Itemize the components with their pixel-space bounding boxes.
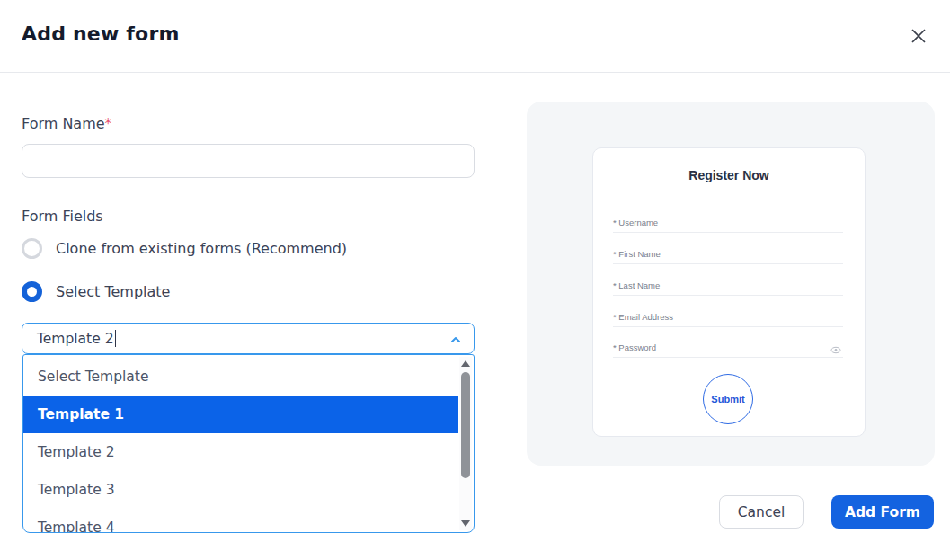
required-asterisk: * <box>105 116 112 132</box>
add-new-form-modal: Add new form Form Name* Form Fields Clon… <box>0 0 950 560</box>
preview-field-username: * Username <box>613 218 843 233</box>
preview-field-last-name: * Last Name <box>613 280 843 296</box>
eye-icon <box>830 346 841 356</box>
register-preview-card: Register Now * Username * First Name * L… <box>592 147 866 437</box>
modal-header: Add new form <box>0 0 950 73</box>
scrollbar-down-arrow-icon[interactable] <box>461 520 470 527</box>
template-preview-panel: Register Now * Username * First Name * L… <box>527 102 935 466</box>
close-icon <box>910 28 927 47</box>
text-caret <box>115 330 117 347</box>
template-combobox-value: Template 2 <box>37 331 114 347</box>
radio-selected-icon[interactable] <box>22 281 42 302</box>
radio-clone-from-existing[interactable]: Clone from existing forms (Recommend) <box>22 238 347 259</box>
template-combobox[interactable]: Template 2 <box>22 323 475 354</box>
preview-title: Register Now <box>593 168 865 182</box>
radio-clone-label: Clone from existing forms (Recommend) <box>56 240 347 257</box>
radio-select-template-label: Select Template <box>56 283 170 300</box>
dropdown-option-template-4[interactable]: Template 4 <box>23 509 458 533</box>
form-name-input[interactable] <box>22 144 475 178</box>
form-name-label: Form Name* <box>22 115 111 132</box>
dropdown-option-template-2[interactable]: Template 2 <box>23 433 458 471</box>
dropdown-option-select-template[interactable]: Select Template <box>23 358 458 396</box>
form-name-label-text: Form Name <box>22 115 105 132</box>
chevron-up-icon[interactable] <box>449 333 462 350</box>
close-button[interactable] <box>909 27 928 47</box>
form-fields-label: Form Fields <box>22 208 103 225</box>
modal-title: Add new form <box>22 22 180 45</box>
preview-field-first-name: * First Name <box>613 249 843 264</box>
scrollbar-up-arrow-icon[interactable] <box>461 360 470 367</box>
radio-unselected-icon[interactable] <box>22 238 42 259</box>
template-option-list: Select Template Template 1 Template 2 Te… <box>23 358 458 533</box>
dropdown-scrollbar[interactable] <box>459 357 472 530</box>
scrollbar-thumb[interactable] <box>461 372 470 478</box>
template-dropdown-panel: Select Template Template 1 Template 2 Te… <box>22 354 475 533</box>
preview-submit-button[interactable]: Submit <box>703 374 753 424</box>
dropdown-option-template-1[interactable]: Template 1 <box>23 396 458 433</box>
radio-select-template[interactable]: Select Template <box>22 281 170 302</box>
dropdown-option-template-3[interactable]: Template 3 <box>23 471 458 509</box>
preview-field-password: * Password <box>613 342 843 358</box>
preview-password-label: * Password <box>613 342 656 352</box>
preview-field-email: * Email Address <box>613 312 843 327</box>
cancel-button[interactable]: Cancel <box>719 495 804 529</box>
add-form-button[interactable]: Add Form <box>831 495 934 529</box>
